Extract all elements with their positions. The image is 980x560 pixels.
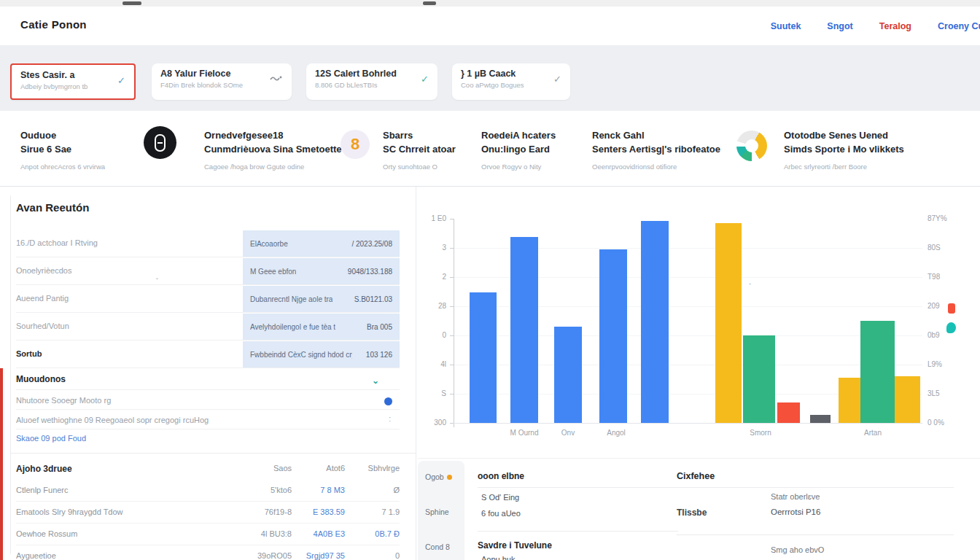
y-axis-label: 28	[421, 302, 446, 310]
table-cell: 0	[395, 551, 400, 560]
option-label: Aluoef wethioghne 09 Reegoaeol sopr creg…	[16, 416, 209, 424]
x-axis-label: Onv	[561, 429, 575, 437]
feature-item-2[interactable]: Ornedvefgesee18Cunmdrièuova Sina Smetoet…	[204, 128, 342, 171]
y-axis-right-label: T98	[928, 273, 940, 281]
top-strip-mark	[122, 1, 141, 5]
stat-card-title: } 1 µB Caack	[461, 69, 561, 79]
feature-item-1[interactable]: OuduoeSirue 6 Sae Anpot ohrecAcros 6 vrv…	[20, 128, 105, 171]
divider	[418, 458, 980, 459]
expander-row[interactable]: Muoudonos ⌄	[16, 370, 400, 390]
nav-link-2[interactable]: Sngot	[827, 21, 852, 31]
feature-title: Renck GahlSenters Aertisg|'s ribofeatoe	[592, 128, 720, 156]
x-axis-label: Artan	[864, 429, 882, 437]
table-cell: 76f19-8	[265, 508, 292, 516]
stat-card-selected[interactable]: Stes Casir. a Adbeiy bvbymgrron tb ✓	[10, 63, 136, 100]
detail-rail: Ogob Sphine Cond 8	[418, 461, 464, 560]
y-axis-label: S	[421, 389, 446, 397]
y-axis-right-label: 0b9	[928, 331, 940, 339]
stat-card-subtitle: F4Din Brek blondok SOme	[160, 81, 283, 89]
stat-card-4[interactable]: } 1 µB Caack Coo aPwtgo Bogues ✓	[452, 63, 570, 100]
table-row[interactable]: Oewhoe Rossum 4l BU3:8 4A0B E3 0B.7 Ð	[16, 524, 400, 545]
option-row[interactable]: Nhutoore Sooegr Mooto rg	[16, 391, 400, 410]
y-axis	[454, 219, 454, 427]
table-cell-name: Ematools Slry 9hraygdd Tdow	[16, 508, 123, 516]
stat-card-2[interactable]: A8 Yalur Fieloce F4Din Brek blondok SOme	[152, 63, 292, 100]
detail-row-line: Aopu huk	[481, 555, 515, 560]
feature-title: Ornedvefgesee18Cunmdrièuova Sina Smetoet…	[204, 128, 342, 156]
rail-tab-2[interactable]: Sphine	[425, 508, 449, 516]
radio-selected-icon[interactable]	[384, 397, 392, 405]
form-row: 16./D actchoar I Rtving ElAcoaorbe / 202…	[16, 230, 400, 257]
table-cell: 39oRO05	[257, 551, 292, 560]
table-cell-link[interactable]: 0B.7 Ð	[375, 529, 400, 538]
dashboard-root: Catie Ponon Suutek Sngot Teralog Croeny …	[0, 0, 980, 560]
x-axis	[454, 423, 922, 424]
chart-bar	[641, 221, 669, 423]
form-row: Sourhed/Votun Avelyhdoilengol e fue tèa …	[16, 313, 400, 341]
feature-subtitle: Oeenrpvoovidrionsd otifiore	[592, 163, 720, 171]
table-row[interactable]: Ctlenlp Funerc 5'kto6 7 8 M3 Ø	[16, 480, 400, 502]
table-cell: 4l BU3:8	[261, 529, 292, 538]
form-field[interactable]: M Geee ebfon 9048/133.188	[243, 258, 400, 284]
feature-item-5[interactable]: Renck GahlSenters Aertisg|'s ribofeatoe …	[592, 128, 720, 171]
nav-link-3[interactable]: Teralog	[879, 21, 911, 31]
rail-tab-3[interactable]: Cond 8	[425, 542, 450, 551]
stat-card-subtitle: Coo aPwtgo Bogues	[461, 81, 561, 89]
tick-small-icon: :	[389, 415, 391, 423]
feature-title: OuduoeSirue 6 Sae	[20, 128, 105, 156]
summary-title: Cixfehee	[677, 471, 715, 481]
summary-row-label: Tlissbe	[677, 508, 707, 518]
feature-item-3[interactable]: SbarrsSC Chrreit atoar Orty sunohtoae O	[383, 128, 456, 171]
form-row: Aueend Pantig Dubanrecntl Njge aole tra …	[16, 285, 400, 313]
stat-card-3[interactable]: 12S Calert Bohrled 8.806 GD bLlesTBIs ✓	[306, 63, 438, 100]
table-cell: Ø	[393, 486, 400, 494]
chart-bar	[715, 223, 742, 423]
table-cell-link[interactable]: 4A0B E3	[314, 529, 345, 538]
pie-chart-icon	[736, 131, 767, 161]
panel-link[interactable]: Skaoe 09 pod Foud	[16, 434, 86, 443]
form-field[interactable]: Fwbbeindd CèxC signd hdod cry 103 126	[243, 341, 400, 368]
table-cell: 5'kto6	[271, 486, 292, 494]
nav-link-1[interactable]: Suutek	[771, 21, 801, 31]
table-header-col1: Saos	[273, 464, 292, 472]
y-axis-right-label: 3L5	[928, 389, 940, 397]
panel-title: Avan Reeutón	[16, 201, 89, 214]
top-strip	[0, 0, 980, 7]
form-field[interactable]: Avelyhdoilengol e fue tèa t Bra 005	[243, 314, 400, 340]
y-axis-right-label: 0 0%	[928, 419, 944, 427]
squiggle-arrow-icon	[270, 74, 283, 85]
table-cell-link[interactable]: E 383.59	[313, 508, 345, 516]
option-row[interactable]: Aluoef wethioghne 09 Reegoaeol sopr creg…	[16, 411, 400, 429]
table-cell-link[interactable]: Srgjd97 35	[306, 551, 345, 560]
rail-tab-1[interactable]: Ogob	[425, 472, 452, 481]
top-strip-mark	[423, 1, 436, 5]
divider	[677, 534, 954, 535]
feature-item-6[interactable]: Ototodbe Senes UenedSimds Sporte i Mo vl…	[784, 128, 904, 171]
features-strip: OuduoeSirue 6 Sae Anpot ohrecAcros 6 vrv…	[0, 111, 980, 187]
table-cell-link[interactable]: 7 8 M3	[320, 486, 345, 494]
nav-link-4[interactable]: Croeny Cuon	[938, 21, 980, 31]
form-field[interactable]: ElAcoaorbe / 2023.25/08	[243, 230, 400, 257]
divider	[478, 487, 678, 488]
y-axis-right-label: 80S	[928, 244, 941, 252]
table-row[interactable]: Aygueetioe 39oRO05 Srgjd97 35 0	[16, 545, 400, 560]
form-field[interactable]: Dubanrecntl Njge aole tra S.B0121.03	[243, 286, 400, 312]
check-icon: ✓	[117, 75, 125, 86]
table-cell-name: Aygueetioe	[16, 551, 56, 560]
stat-card-title: 12S Calert Bohrled	[315, 69, 429, 79]
chart-bar	[743, 335, 775, 423]
table-cell: 7 1.9	[382, 508, 400, 516]
y-axis-label: 0	[421, 331, 446, 339]
top-nav: Suutek Sngot Teralog Croeny Cuon	[771, 7, 980, 45]
chart-bar	[839, 378, 860, 423]
legend-square-icon	[948, 303, 955, 314]
detail-row-line: S Od' Eing	[481, 493, 519, 502]
y-axis-label: 3	[421, 244, 446, 252]
x-axis-label: Smorn	[750, 429, 771, 437]
panel-border	[10, 195, 11, 554]
feature-item-4[interactable]: RoedeiA hcatersOnu:lingo Eard Orvoe Rogy…	[481, 128, 556, 171]
divider	[478, 531, 678, 532]
form-row-label: Sourhed/Votun	[16, 322, 69, 330]
feature-title: Ototodbe Senes UenedSimds Sporte i Mo vl…	[784, 128, 904, 156]
table-row[interactable]: Ematools Slry 9hraygdd Tdow 76f19-8 E 38…	[16, 502, 400, 524]
